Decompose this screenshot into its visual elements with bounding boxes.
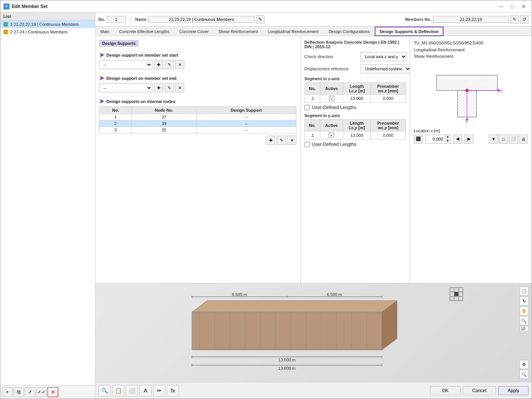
start-edit-btn[interactable]: ✎ bbox=[165, 60, 174, 69]
z-udl-label: User-Defined Lengths bbox=[312, 105, 356, 110]
spin-down[interactable]: ▼ bbox=[445, 139, 450, 143]
view-3d: 6.500 m 6.500 m 13.000 m bbox=[95, 283, 532, 382]
end-edit-btn[interactable]: ✎ bbox=[165, 83, 174, 92]
z-axis-table: No. Active LengthLc,z [m] Precamberwc,z … bbox=[304, 82, 406, 103]
members-no-input[interactable] bbox=[433, 16, 509, 23]
text-btn[interactable]: A bbox=[139, 385, 152, 396]
ok-button[interactable]: OK bbox=[430, 386, 461, 395]
y-cell-no: .1 bbox=[305, 131, 320, 139]
table-row[interactable]: .1 ✓ 13.000 0.000 bbox=[305, 95, 406, 103]
svg-marker-8 bbox=[192, 312, 382, 350]
beam-3d-svg: 6.500 m 6.500 m 13.000 m bbox=[162, 289, 466, 377]
view-zoom-btn[interactable]: 🔍 bbox=[519, 316, 529, 325]
start-delete-btn[interactable]: ✕ bbox=[175, 60, 184, 69]
spin-up[interactable]: ▲ bbox=[445, 135, 450, 139]
fx-btn[interactable]: fx bbox=[167, 385, 179, 396]
maximize-button[interactable]: □ bbox=[507, 3, 517, 10]
y-axis-label: y bbox=[500, 88, 503, 93]
table-row[interactable]: 2 39 -- bbox=[100, 120, 296, 127]
active-checkbox[interactable]: ✓ bbox=[329, 96, 334, 101]
z-udl-checkbox[interactable] bbox=[304, 105, 310, 110]
start-add-btn[interactable]: ✚ bbox=[154, 60, 163, 69]
tab-shear-reinforcement[interactable]: Shear Reinforcement bbox=[214, 27, 263, 36]
name-input[interactable] bbox=[148, 16, 255, 23]
view-rotate-btn[interactable]: ↻ bbox=[519, 296, 529, 306]
main-content: List 1 21,23,22,19 | Continuous Members … bbox=[0, 13, 532, 399]
table-row[interactable]: .1 ✓ 13.000 0.000 bbox=[305, 131, 406, 139]
tab-design-configurations[interactable]: Design Configurations bbox=[324, 27, 375, 36]
check-direction-dropdown[interactable]: Local axis z and y Local axis z Local ax… bbox=[361, 52, 407, 61]
y-cell-active[interactable]: ✓ bbox=[320, 131, 343, 139]
end-add-btn[interactable]: ✚ bbox=[154, 83, 163, 92]
grid-view-icon[interactable] bbox=[450, 287, 463, 301]
table-row[interactable]: 3 35 -- bbox=[100, 127, 296, 133]
tab-main[interactable]: Main bbox=[95, 27, 114, 36]
start-dropdown[interactable]: -- bbox=[99, 60, 152, 69]
cell-support: -- bbox=[196, 120, 296, 127]
bottom-toolbar: 🔍 📋 ⬜ A ✏ fx OK Cancel Apply bbox=[95, 382, 532, 399]
displacement-dropdown[interactable]: Undeformed system Deformed system bbox=[361, 64, 410, 73]
deflection-panel: Deflection Analysis Concrete Design | EN… bbox=[301, 36, 410, 283]
y-cell-length: 13.000 bbox=[343, 131, 371, 139]
y-udl-checkbox[interactable] bbox=[304, 142, 310, 147]
cell-no: 2 bbox=[100, 120, 132, 127]
z-cell-active[interactable]: ✓ bbox=[320, 95, 343, 103]
zoom-level: 10 bbox=[519, 326, 529, 332]
close-button[interactable]: ✕ bbox=[519, 3, 529, 10]
y-col-precamber: Precamberwc,y [mm] bbox=[370, 120, 405, 131]
check-all-button[interactable]: ✓✓ bbox=[36, 387, 47, 397]
end-delete-btn[interactable]: ✕ bbox=[175, 83, 184, 92]
list-item[interactable]: 1 21,23,22,19 | Continuous Members bbox=[0, 21, 95, 28]
location-input[interactable] bbox=[426, 137, 445, 141]
zoom-btn[interactable]: 🔍 bbox=[98, 385, 111, 396]
ok-cancel-area: OK Cancel Apply bbox=[430, 386, 529, 395]
view-3d-btn[interactable]: ⬜ bbox=[519, 287, 529, 296]
end-dropdown[interactable]: -- bbox=[99, 83, 152, 92]
apply-button[interactable]: Apply bbox=[498, 386, 529, 395]
location-prev-btn[interactable]: ◀ bbox=[453, 135, 462, 144]
view-btn2[interactable]: ⬜ bbox=[509, 135, 518, 144]
tabs-bar: Main Concrete Effective Lengths Concrete… bbox=[95, 27, 532, 36]
cancel-button[interactable]: Cancel bbox=[463, 386, 496, 395]
tab-concrete-effective-lengths[interactable]: Concrete Effective Lengths bbox=[114, 27, 174, 36]
cs-diagram: y z bbox=[414, 64, 528, 125]
delete-button[interactable]: ✕ bbox=[48, 387, 58, 397]
y-active-checkbox[interactable]: ✓ bbox=[329, 133, 334, 138]
print-btn[interactable]: 🖨 bbox=[519, 135, 528, 144]
tab-longitudinal-reinforcement[interactable]: Longitudinal Reinforcement bbox=[263, 27, 324, 36]
list-item[interactable]: 2 27-24 | Continuous Members bbox=[0, 28, 95, 36]
arrow-icon-end: ➤ bbox=[99, 74, 104, 82]
table-btn[interactable]: 📋 bbox=[112, 385, 124, 396]
cell-no: 3 bbox=[100, 127, 132, 133]
pen-btn[interactable]: ✏ bbox=[153, 385, 165, 396]
table-row[interactable]: 1 37 -- bbox=[100, 114, 296, 120]
members-edit-icon[interactable]: ✎ bbox=[510, 15, 519, 24]
y-udl-row: User-Defined Lengths bbox=[304, 142, 406, 147]
cs-line1: TU_M1 650/250/952.5/250/952.5/400 bbox=[414, 40, 528, 47]
location-icon-btn[interactable]: ⬛ bbox=[414, 135, 423, 144]
table-delete-btn[interactable]: ✕ bbox=[287, 136, 296, 145]
table-add-btn[interactable]: ✚ bbox=[266, 136, 275, 145]
settings-icon-btn[interactable]: ⚙ bbox=[519, 360, 529, 369]
rect-btn[interactable]: ⬜ bbox=[126, 385, 138, 396]
check-button[interactable]: ✓ bbox=[25, 387, 35, 397]
edit-icon[interactable]: ✎ bbox=[256, 15, 264, 24]
members-no-label: Members No. bbox=[405, 17, 431, 22]
separator bbox=[130, 15, 131, 24]
view-pan-btn[interactable]: ✋ bbox=[519, 306, 529, 315]
minimize-button[interactable]: ─ bbox=[496, 3, 506, 10]
col-no: No. bbox=[100, 107, 132, 114]
z-axis-title: Segment in z-axis bbox=[304, 76, 406, 81]
copy-button[interactable]: ⧉ bbox=[13, 387, 24, 397]
search-icon-btn[interactable]: 🔍 bbox=[519, 370, 529, 379]
cell-support: -- bbox=[196, 114, 296, 120]
add-button[interactable]: + bbox=[2, 387, 13, 397]
location-next-btn[interactable]: ▶ bbox=[464, 135, 473, 144]
filter-btn[interactable]: ▼ bbox=[489, 135, 498, 144]
view-btn1[interactable]: □ bbox=[499, 135, 508, 144]
tab-concrete-cover[interactable]: Concrete Cover bbox=[174, 27, 214, 36]
table-edit-btn[interactable]: ✎ bbox=[277, 136, 286, 145]
tab-design-supports-deflection[interactable]: Design Supports & Deflection bbox=[375, 27, 443, 36]
members-reset-icon[interactable]: ↺ bbox=[520, 15, 529, 24]
no-input[interactable] bbox=[107, 16, 126, 23]
